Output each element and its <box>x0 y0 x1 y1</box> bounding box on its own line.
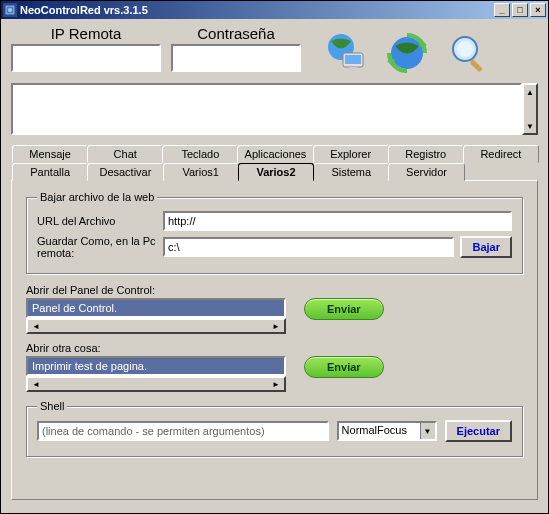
tab-desactivar[interactable]: Desactivar <box>87 163 163 181</box>
enviar-panel-button[interactable]: Enviar <box>304 298 384 320</box>
tab-varios1[interactable]: Varios1 <box>163 163 239 181</box>
open-other-label: Abrir otra cosa: <box>26 342 523 354</box>
url-input[interactable] <box>163 211 512 231</box>
panel-control-scrollbar[interactable]: ◄ ► <box>26 318 286 334</box>
tab-pantalla[interactable]: Pantalla <box>12 163 88 181</box>
tab-row-1: Mensaje Chat Teclado Aplicaciones Explor… <box>11 145 538 163</box>
enviar-other-button[interactable]: Enviar <box>304 356 384 378</box>
download-group: Bajar archivo de la web URL del Archivo … <box>26 191 523 274</box>
globe-refresh-icon[interactable] <box>385 31 429 75</box>
shell-legend: Shell <box>37 400 67 412</box>
scroll-down-icon[interactable]: ▼ <box>524 119 536 133</box>
tab-servidor[interactable]: Servidor <box>388 163 464 181</box>
focus-value: NormalFocus <box>339 423 420 439</box>
password-label: Contraseña <box>197 25 275 42</box>
tab-registro[interactable]: Registro <box>388 145 464 163</box>
log-scrollbar[interactable]: ▲ ▼ <box>522 83 538 135</box>
ip-input[interactable] <box>11 44 161 72</box>
close-button[interactable]: × <box>530 3 546 17</box>
save-as-input[interactable] <box>163 237 454 257</box>
panel-control-item[interactable]: Panel de Control. <box>26 298 286 318</box>
ip-label: IP Remota <box>51 25 122 42</box>
save-as-label: Guardar Como, en la Pc remota: <box>37 235 157 259</box>
url-label: URL del Archivo <box>37 215 157 227</box>
magnifier-icon[interactable] <box>447 31 491 75</box>
scroll-right-icon[interactable]: ► <box>270 322 282 331</box>
scroll-left-icon[interactable]: ◄ <box>30 380 42 389</box>
tab-row-2: Pantalla Desactivar Varios1 Varios2 Sist… <box>11 163 538 181</box>
focus-combo[interactable]: NormalFocus ▼ <box>337 421 437 441</box>
svg-rect-4 <box>345 55 361 64</box>
tab-sistema[interactable]: Sistema <box>313 163 389 181</box>
app-window: NeoControlRed vrs.3.1.5 _ □ × IP Remota … <box>0 0 549 514</box>
open-other-item[interactable]: Imprimir test de pagina. <box>26 356 286 376</box>
title-bar: NeoControlRed vrs.3.1.5 _ □ × <box>1 1 548 19</box>
log-textarea[interactable] <box>11 83 522 135</box>
scroll-right-icon[interactable]: ► <box>270 380 282 389</box>
svg-rect-5 <box>349 67 357 70</box>
shell-group: Shell NormalFocus ▼ Ejecutar <box>26 400 523 457</box>
tab-explorer[interactable]: Explorer <box>313 145 389 163</box>
password-input[interactable] <box>171 44 301 72</box>
tab-aplicaciones[interactable]: Aplicaciones <box>237 145 313 163</box>
bajar-button[interactable]: Bajar <box>460 236 512 258</box>
svg-rect-9 <box>469 59 482 72</box>
chevron-down-icon[interactable]: ▼ <box>420 423 435 439</box>
tab-teclado[interactable]: Teclado <box>162 145 238 163</box>
globe-monitor-icon[interactable] <box>323 31 367 75</box>
svg-point-8 <box>457 41 473 57</box>
scroll-up-icon[interactable]: ▲ <box>524 85 536 99</box>
ejecutar-button[interactable]: Ejecutar <box>445 420 512 442</box>
minimize-button[interactable]: _ <box>494 3 510 17</box>
app-icon <box>3 3 17 17</box>
tab-content: Bajar archivo de la web URL del Archivo … <box>11 180 538 500</box>
tab-chat[interactable]: Chat <box>87 145 163 163</box>
download-legend: Bajar archivo de la web <box>37 191 157 203</box>
tab-mensaje[interactable]: Mensaje <box>12 145 88 163</box>
open-other-scrollbar[interactable]: ◄ ► <box>26 376 286 392</box>
maximize-button[interactable]: □ <box>512 3 528 17</box>
shell-input[interactable] <box>37 421 329 441</box>
tab-redirect[interactable]: Redirect <box>463 145 539 163</box>
tab-varios2[interactable]: Varios2 <box>238 163 314 181</box>
scroll-left-icon[interactable]: ◄ <box>30 322 42 331</box>
panel-control-label: Abrir del Panel de Control: <box>26 284 523 296</box>
svg-point-1 <box>8 8 12 12</box>
window-title: NeoControlRed vrs.3.1.5 <box>20 4 494 16</box>
